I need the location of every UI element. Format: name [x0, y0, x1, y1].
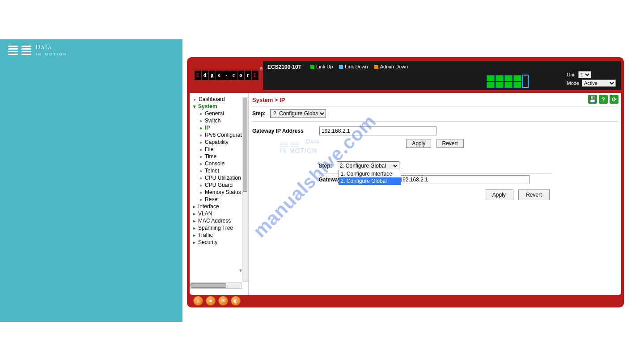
nav-ipv6[interactable]: ●IPv6 Configurat	[190, 131, 248, 139]
step-select[interactable]: 2. Configure Global	[270, 109, 326, 118]
nav-console[interactable]: ●Console	[190, 160, 248, 167]
port-icon[interactable]	[496, 82, 504, 88]
port-icon[interactable]	[513, 82, 521, 88]
port-diagram[interactable]	[487, 75, 529, 88]
nav-time[interactable]: ●Time	[190, 153, 248, 160]
revert-button[interactable]: Revert	[436, 139, 464, 148]
bullet-icon: ●	[199, 111, 202, 116]
gateway-input[interactable]	[319, 126, 436, 135]
nav-telnet[interactable]: ●Telnet	[190, 167, 248, 174]
logo-letter: o	[237, 71, 244, 80]
unit-select[interactable]: 1	[578, 71, 591, 78]
brand-sidebar	[0, 39, 182, 322]
legend-link-down: Link Down	[339, 64, 368, 69]
nav-reset[interactable]: ●Reset	[190, 196, 248, 203]
nav-security[interactable]: ▸Security	[190, 239, 248, 246]
config-form-1: Step: 2. Configure Global Gateway IP Add…	[252, 106, 618, 152]
nav-vlan[interactable]: ▸VLAN	[190, 210, 248, 217]
scrollbar-thumb[interactable]	[243, 98, 247, 192]
nav-traffic[interactable]: ▸Traffic	[190, 232, 248, 239]
nav-sidebar: ●Dashboard ▾System ●General ●Switch ●IP …	[190, 93, 249, 295]
nav-label: System	[198, 103, 217, 109]
port-icon[interactable]	[496, 75, 504, 81]
nav-label: File	[205, 146, 213, 152]
step-dropdown-open[interactable]: 1. Configure Interface 2. Configure Glob…	[339, 170, 401, 185]
port-icon[interactable]	[504, 75, 513, 81]
toolbar-icons: 💾 ? ⟳	[588, 95, 619, 104]
port-icon[interactable]	[487, 82, 495, 88]
nav-label: Traffic	[198, 232, 213, 238]
refresh-icon[interactable]: ⟳	[610, 95, 619, 104]
nav-label: MAC Address	[198, 218, 231, 224]
step-select-2[interactable]: 2. Configure Global	[337, 161, 399, 170]
nav-memory-status[interactable]: ●Memory Status	[190, 189, 248, 196]
breadcrumb: System > IP	[252, 96, 618, 106]
nav-cpu-utilization[interactable]: ●CPU Utilization	[190, 174, 248, 181]
port-icon[interactable]	[513, 75, 521, 81]
vertical-scrollbar[interactable]	[242, 97, 248, 282]
dropdown-option[interactable]: 1. Configure Interface	[339, 170, 401, 177]
mode-select[interactable]: Active	[582, 80, 616, 87]
app-frame: E d g e - c o r E ® ECS2100-10T Link Up …	[187, 57, 624, 307]
gateway-label: Gateway IP Address	[252, 128, 319, 134]
logout-icon[interactable]: ◐	[231, 296, 241, 306]
nav-system[interactable]: ▾System	[190, 103, 248, 110]
revert-button-2[interactable]: Revert	[518, 189, 549, 200]
nav-label: General	[205, 110, 224, 117]
vendor-logo: E d g e - c o r E ®	[190, 59, 263, 92]
globe-icon[interactable]: ●	[206, 296, 216, 306]
page-brand-logo: Data in motion	[8, 43, 67, 57]
mode-label: Mode	[567, 80, 579, 86]
home-icon[interactable]: ⌂	[193, 296, 203, 306]
nav-switch[interactable]: ●Switch	[190, 117, 248, 124]
nav-spanning-tree[interactable]: ▸Spanning Tree	[190, 224, 248, 232]
mail-icon[interactable]: ✉	[218, 296, 228, 306]
nav-capability[interactable]: ●Capability	[190, 139, 248, 146]
nav-label: Time	[205, 153, 216, 160]
nav-label: IP	[205, 125, 210, 131]
port-legend: Link Up Link Down Admin Down	[310, 64, 408, 69]
nav-label: Memory Status	[205, 189, 241, 195]
chevron-right-icon: ▸	[193, 232, 196, 238]
legend-label: Link Up	[316, 64, 333, 69]
logo-letter: g	[209, 71, 216, 80]
logo-letter: -	[223, 71, 230, 80]
scrollbar-thumb[interactable]	[191, 283, 226, 288]
nav-general[interactable]: ●General	[190, 110, 248, 117]
nav-cpu-guard[interactable]: ●CPU Guard	[190, 181, 248, 189]
help-icon[interactable]: ?	[599, 95, 608, 104]
bullet-icon: ●	[199, 161, 202, 166]
bullet-icon: ●	[199, 147, 202, 152]
logo-letter: c	[230, 71, 237, 80]
bullet-icon: ●	[199, 190, 202, 195]
port-outline-icon[interactable]	[522, 75, 529, 88]
gateway-input-2[interactable]	[398, 175, 530, 184]
dropdown-option-selected[interactable]: 2. Configure Global	[339, 177, 401, 185]
nav-label: Interface	[198, 203, 219, 210]
bullet-icon: ●	[199, 197, 202, 202]
nav-label: Capability	[205, 139, 229, 145]
main-content: 💾 ? ⟳ System > IP Step: 2. Configure Glo…	[249, 93, 621, 295]
bullet-icon: ●	[199, 176, 202, 181]
chevron-right-icon: ▸	[193, 211, 196, 217]
logo-letter: r	[245, 71, 251, 80]
legend-label: Link Down	[345, 64, 368, 69]
logo-lines-icon	[8, 46, 31, 55]
port-icon[interactable]	[487, 75, 495, 81]
nav-ip[interactable]: ●IP	[190, 124, 248, 131]
chevron-right-icon: ▸	[193, 225, 196, 231]
apply-button-2[interactable]: Apply	[485, 189, 513, 200]
save-icon[interactable]: 💾	[588, 95, 597, 104]
nav-mac-address[interactable]: ▸MAC Address	[190, 217, 248, 224]
port-icon[interactable]	[504, 82, 513, 88]
square-blue-icon	[339, 65, 343, 69]
horizontal-scrollbar[interactable]	[190, 282, 242, 289]
nav-interface[interactable]: ▸Interface	[190, 203, 248, 210]
nav-dashboard[interactable]: ●Dashboard	[190, 96, 248, 103]
logo-letter: E	[252, 71, 258, 80]
legend-link-up: Link Up	[310, 64, 333, 69]
registered-icon: ®	[260, 67, 263, 71]
square-orange-icon	[374, 65, 378, 69]
apply-button[interactable]: Apply	[406, 139, 431, 148]
nav-file[interactable]: ●File	[190, 146, 248, 153]
